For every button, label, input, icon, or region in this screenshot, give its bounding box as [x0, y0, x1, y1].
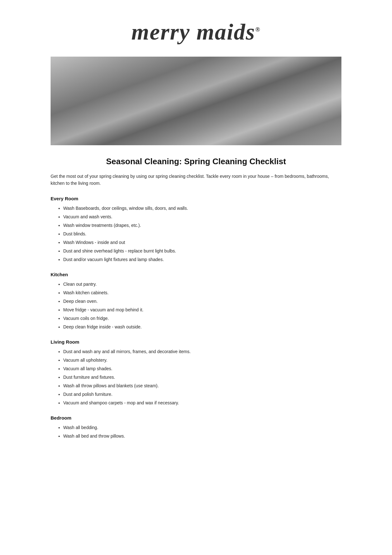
checklist-list-every-room: Wash Baseboards, door ceilings, window s… [51, 205, 341, 263]
list-item: Wash window treatments (drapes, etc.). [63, 222, 341, 229]
section-heading-living-room: Living Room [51, 339, 341, 345]
list-item: Dust and polish furniture. [63, 391, 341, 398]
list-item: Vacuum all upholstery. [63, 357, 341, 364]
list-item: Wash Baseboards, door ceilings, window s… [63, 205, 341, 212]
list-item: Vacuum coils on fridge. [63, 315, 341, 322]
section-living-room: Living RoomDust and wash any and all mir… [51, 339, 341, 406]
list-item: Wash all bedding. [63, 424, 341, 431]
logo-area: merry maids® [51, 19, 341, 45]
list-item: Wash kitchen cabinets. [63, 290, 341, 296]
page-title: Seasonal Cleaning: Spring Cleaning Check… [51, 157, 341, 166]
list-item: Dust furniture and fixtures. [63, 374, 341, 381]
intro-text: Get the most out of your spring cleaning… [51, 173, 341, 187]
list-item: Wash all throw pillows and blankets (use… [63, 383, 341, 389]
list-item: Dust and wash any and all mirrors, frame… [63, 348, 341, 355]
checklist-list-living-room: Dust and wash any and all mirrors, frame… [51, 348, 341, 406]
section-every-room: Every RoomWash Baseboards, door ceilings… [51, 196, 341, 263]
list-item: Vacuum all lamp shades. [63, 365, 341, 372]
list-item: Wash Windows - inside and out [63, 239, 341, 246]
list-item: Deep clean fridge inside - wash outside. [63, 324, 341, 330]
list-item: Vacuum and shampoo carpets - mop and wax… [63, 400, 341, 406]
logo-registered: ® [255, 26, 261, 33]
section-bedroom: BedroomWash all bedding.Wash all bed and… [51, 415, 341, 440]
list-item: Vacuum and wash vents. [63, 214, 341, 220]
logo-text: merry maids [132, 19, 255, 45]
section-heading-kitchen: Kitchen [51, 272, 341, 277]
section-heading-bedroom: Bedroom [51, 415, 341, 421]
section-kitchen: KitchenClean out pantry.Wash kitchen cab… [51, 272, 341, 330]
list-item: Dust and/or vacuum light fixtures and la… [63, 256, 341, 263]
list-item: Deep clean oven. [63, 298, 341, 305]
hero-image-inner [51, 57, 341, 145]
list-item: Dust and shine overhead lights - replace… [63, 248, 341, 254]
logo: merry maids® [51, 19, 341, 45]
page: merry maids® Seasonal Cleaning: Spring C… [0, 0, 392, 555]
hero-image [51, 57, 341, 145]
list-item: Clean out pantry. [63, 281, 341, 288]
list-item: Wash all bed and throw pillows. [63, 433, 341, 440]
checklist-list-bedroom: Wash all bedding.Wash all bed and throw … [51, 424, 341, 440]
list-item: Move fridge - vacuum and mop behind it. [63, 307, 341, 313]
section-heading-every-room: Every Room [51, 196, 341, 201]
list-item: Dust blinds. [63, 231, 341, 237]
checklist-list-kitchen: Clean out pantry.Wash kitchen cabinets.D… [51, 281, 341, 330]
sections-container: Every RoomWash Baseboards, door ceilings… [51, 196, 341, 440]
